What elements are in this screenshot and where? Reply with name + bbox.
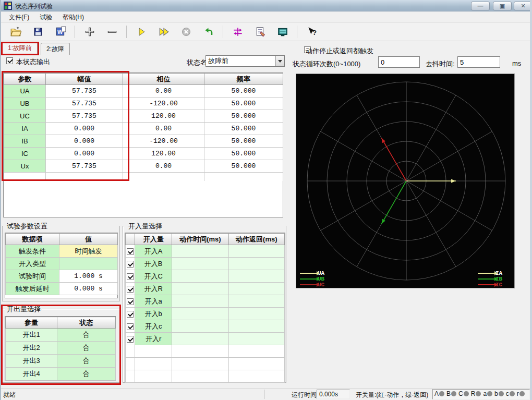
channel-value-cell[interactable]: 0.00 [123, 85, 204, 98]
output-state-cell[interactable]: 合 [57, 329, 116, 342]
undo-button[interactable] [199, 25, 218, 39]
action-return-cell[interactable] [228, 308, 284, 320]
channel-value-cell[interactable]: 57.735 [46, 160, 123, 173]
input-name-cell: 开入r [135, 333, 172, 345]
channel-name-cell: UC [4, 110, 46, 123]
channel-value-cell[interactable]: 120.00 [123, 148, 204, 160]
remove-state-button[interactable] [102, 25, 122, 39]
action-return-cell[interactable] [228, 270, 284, 283]
action-time-cell[interactable] [172, 333, 228, 345]
input-enable-checkbox[interactable] [127, 323, 134, 330]
param-name-cell: 触发后延时 [6, 283, 59, 295]
channel-value-cell[interactable]: 0.00 [123, 160, 204, 173]
channel-value-cell[interactable]: -120.00 [123, 135, 204, 148]
combo-dropdown-button[interactable] [275, 56, 284, 66]
state-output-checkbox[interactable] [6, 57, 13, 64]
save-button[interactable] [28, 25, 47, 39]
channel-value-cell[interactable]: 0.000 [46, 135, 123, 148]
restore-button[interactable]: ▣ [493, 2, 512, 10]
indicator-dot-icon [439, 391, 444, 396]
channel-value-cell[interactable]: 0.00 [123, 123, 204, 135]
export-word-button[interactable]: W [51, 25, 70, 39]
action-time-cell[interactable] [172, 283, 228, 295]
channel-value-cell[interactable]: 50.000 [204, 98, 283, 110]
input-enable-checkbox[interactable] [127, 261, 134, 268]
input-enable-checkbox[interactable] [127, 273, 134, 280]
close-button[interactable]: ✕ [514, 2, 532, 10]
menu-item-2[interactable]: 帮助(H) [58, 12, 89, 23]
output-state-cell[interactable]: 合 [57, 355, 116, 368]
input-enable-checkbox[interactable] [127, 311, 134, 318]
input-enable-checkbox[interactable] [127, 336, 134, 343]
channel-value-cell[interactable]: 50.000 [204, 135, 283, 148]
legend-arrow-icon [478, 278, 494, 280]
channel-value-cell[interactable]: 50.000 [204, 148, 283, 160]
param-value-cell[interactable]: 时间触发 [59, 245, 118, 258]
input-enable-checkbox[interactable] [127, 298, 134, 305]
action-time-cell[interactable] [172, 308, 228, 320]
action-return-cell[interactable] [228, 333, 284, 345]
input-enable-checkbox[interactable] [127, 248, 134, 255]
param-value-cell[interactable]: 0.000 s [59, 283, 118, 295]
action-time-cell[interactable] [172, 258, 228, 270]
input-enable-checkbox[interactable] [127, 286, 134, 293]
current-legend: IAIBIC [478, 270, 502, 287]
channel-value-cell[interactable]: 50.000 [204, 123, 283, 135]
legend-row: IA [478, 270, 502, 276]
channel-value-cell[interactable]: 57.735 [46, 85, 123, 98]
minimize-button[interactable]: — [471, 2, 490, 10]
action-return-cell[interactable] [228, 283, 284, 295]
action-return-cell[interactable] [228, 320, 284, 333]
binary-input-table-container: 开入量动作时间(ms)动作返回(ms)开入A开入B开入C开入R开入a开入b开入c… [125, 233, 285, 382]
action-return-cell[interactable] [228, 295, 284, 308]
svg-text:W: W [57, 29, 63, 35]
indicator-letter: c [506, 390, 509, 397]
run-button[interactable] [131, 25, 151, 39]
tab-1[interactable]: 1:故障前 [2, 42, 38, 55]
add-state-button[interactable] [80, 25, 99, 39]
action-time-cell[interactable] [172, 245, 228, 258]
action-time-cell[interactable] [172, 270, 228, 283]
menu-item-1[interactable]: 试验 [35, 12, 57, 23]
param-value-cell[interactable] [59, 258, 118, 270]
loop-count-input[interactable] [378, 56, 420, 68]
channel-value-cell[interactable]: 120.00 [123, 110, 204, 123]
tab-2[interactable]: 2:故障 [41, 43, 70, 55]
open-file-button[interactable] [6, 25, 25, 39]
minus-icon [106, 26, 118, 38]
action-return-cell[interactable] [228, 245, 284, 258]
channel-value-cell[interactable]: 50.000 [204, 160, 283, 173]
indicator-letter: C [458, 390, 463, 397]
state-name-combobox[interactable]: 故障前 [205, 55, 285, 67]
debounce-input[interactable] [457, 56, 500, 68]
param-value-cell[interactable]: 1.000 s [59, 270, 118, 283]
output-state-cell[interactable]: 合 [57, 368, 116, 381]
column-header [126, 234, 135, 245]
channel-value-cell[interactable]: 50.000 [204, 110, 283, 123]
menu-item-0[interactable]: 文件(F) [4, 12, 34, 23]
stop-button[interactable] [176, 25, 196, 39]
waveform-setting-button[interactable] [228, 25, 247, 39]
run-all-button[interactable] [154, 25, 173, 39]
channel-value-cell[interactable]: 57.735 [46, 98, 123, 110]
channel-value-cell[interactable]: 0.000 [46, 123, 123, 135]
state-tabs: 1:故障前2:故障 [1, 42, 285, 55]
channel-value-cell[interactable]: 50.000 [204, 85, 283, 98]
action-return-cell[interactable] [228, 258, 284, 270]
column-header: 频率 [204, 74, 283, 85]
column-header: 动作时间(ms) [172, 234, 228, 245]
runtime-label: 运行时间 [292, 391, 317, 399]
empty-row [126, 370, 285, 383]
binary-input-table: 开入量动作时间(ms)动作返回(ms)开入A开入B开入C开入R开入a开入b开入c… [125, 233, 285, 383]
channel-value-cell[interactable]: 0.000 [46, 148, 123, 160]
context-help-button[interactable]: ? [302, 25, 321, 39]
action-time-cell[interactable] [172, 320, 228, 333]
action-time-cell[interactable] [172, 295, 228, 308]
report-button[interactable] [250, 25, 270, 39]
channel-value-cell[interactable]: -120.00 [123, 98, 204, 110]
channel-value-cell[interactable]: 57.735 [46, 110, 123, 123]
output-state-cell[interactable]: 合 [57, 342, 116, 355]
param-name-cell: 开入类型 [6, 258, 59, 270]
report-icon [255, 26, 266, 38]
oscilloscope-button[interactable] [273, 25, 292, 39]
